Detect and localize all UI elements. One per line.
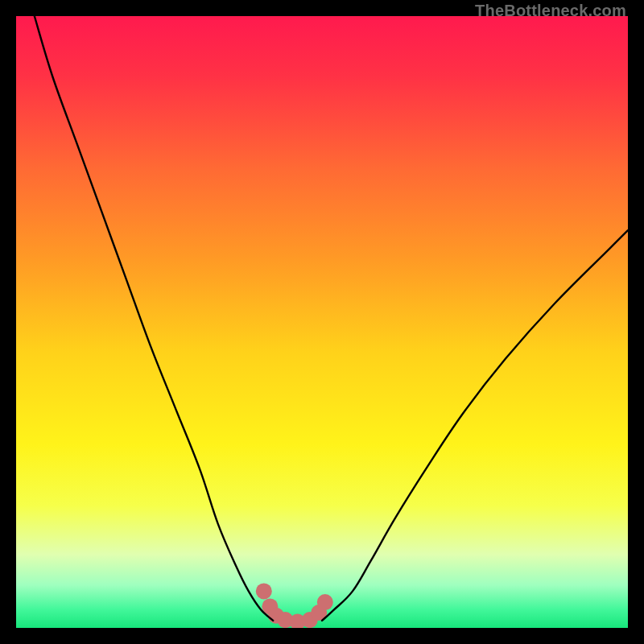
curve-layer	[16, 16, 628, 628]
trough-marker	[317, 594, 333, 610]
plot-area	[16, 16, 628, 628]
curve-right-branch	[322, 230, 628, 621]
chart-frame: TheBottleneck.com	[0, 0, 644, 644]
curve-left-branch	[35, 16, 273, 621]
watermark-text: TheBottleneck.com	[475, 2, 626, 20]
trough-marker	[256, 583, 272, 599]
